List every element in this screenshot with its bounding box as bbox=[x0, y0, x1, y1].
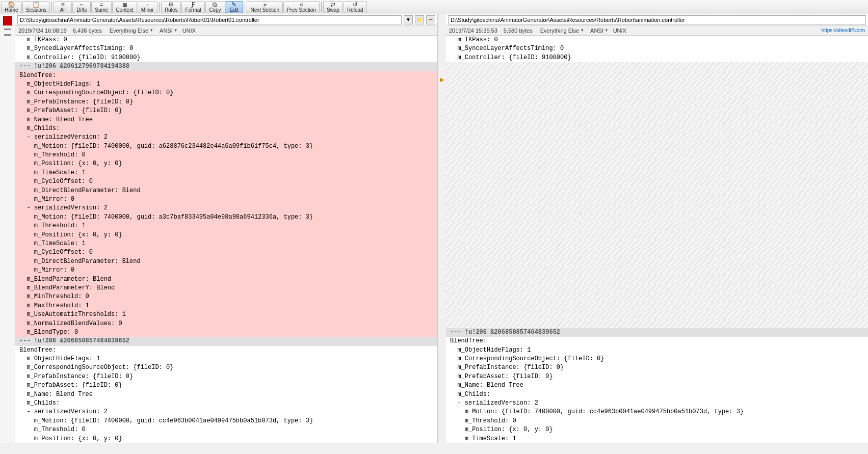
chevron-down-icon-2: ▼ bbox=[174, 28, 178, 33]
right-code-line-27 bbox=[446, 275, 868, 284]
next-section-icon: » bbox=[263, 2, 267, 8]
left-code-line-5: m_ObjectHideFlags: 1 bbox=[15, 80, 437, 89]
left-lineending: UNIX bbox=[182, 28, 196, 34]
right-charset-dropdown[interactable]: ANSI ▼ bbox=[589, 28, 610, 34]
right-code-line-5 bbox=[446, 80, 868, 89]
diff-marker-line-1 bbox=[4, 29, 11, 30]
sessions-button[interactable]: 📋 Sessions bbox=[22, 1, 50, 13]
right-code-line-22 bbox=[446, 231, 868, 239]
left-code-line-27: m_BlendParameter: Blend bbox=[15, 275, 437, 284]
edit-button[interactable]: ✎ Edit bbox=[225, 1, 243, 13]
left-charset-dropdown[interactable]: ANSI ▼ bbox=[158, 28, 179, 34]
reload-button[interactable]: ↺ Reload bbox=[344, 1, 367, 13]
website-link[interactable]: https://sitesdiff.com bbox=[822, 28, 865, 33]
right-filepath-input[interactable] bbox=[448, 15, 866, 24]
left-code-line-11: - serializedVersion: 2 bbox=[15, 133, 437, 142]
main-area: ▼ 📁 ─ 2019/7/24 16:08:19 6,438 bytes Eve… bbox=[0, 14, 868, 443]
nav-arrow-right: ► bbox=[439, 75, 446, 84]
right-lineending: UNIX bbox=[613, 28, 626, 34]
left-encoding-dropdown[interactable]: Everything Else ▼ bbox=[108, 28, 155, 34]
right-code-line-40: m_Childs: bbox=[446, 390, 868, 399]
left-code-line-37: m_CorrespondingSourceObject: {fileID: 0} bbox=[15, 363, 437, 372]
left-code-line-19: - serializedVersion: 2 bbox=[15, 204, 437, 212]
right-code-line-35: m_ObjectHideFlags: 1 bbox=[446, 346, 868, 355]
right-code-line-4 bbox=[446, 71, 868, 80]
copy-icon: ⧉ bbox=[213, 2, 217, 8]
right-code-line-13 bbox=[446, 151, 868, 159]
right-code-line-25 bbox=[446, 257, 868, 266]
right-code-line-3 bbox=[446, 62, 868, 71]
context-icon: ≣ bbox=[122, 2, 127, 8]
left-code-line-32: m_NormalizedBlendValues: 0 bbox=[15, 319, 437, 328]
left-code-line-36: m_ObjectHideFlags: 1 bbox=[15, 355, 437, 363]
left-timestamp: 2019/7/24 16:08:19 bbox=[18, 28, 67, 34]
right-code-line-18 bbox=[446, 195, 868, 204]
left-code-line-44: m_Threshold: 0 bbox=[15, 425, 437, 434]
same-button[interactable]: = Same bbox=[91, 1, 112, 13]
left-code-line-23: m_TimeScale: 1 bbox=[15, 239, 437, 248]
left-size: 6,438 bytes bbox=[73, 28, 102, 34]
left-code-line-31: m_UseAutomaticThresholds: 1 bbox=[15, 310, 437, 319]
right-code-line-30 bbox=[446, 302, 868, 310]
left-code-line-20: m_Motion: {fileID: 7400000, guid: a3c7ba… bbox=[15, 213, 437, 222]
right-code-line-28 bbox=[446, 284, 868, 292]
right-code-line-6 bbox=[446, 89, 868, 97]
right-timestamp: 2019/7/24 15:35:53 bbox=[449, 28, 497, 34]
left-code-line-22: m_Position: {x: 0, y: 0} bbox=[15, 231, 437, 239]
format-icon: Ƒ bbox=[192, 2, 195, 8]
left-code-line-40: m_Name: Blend Tree bbox=[15, 390, 437, 399]
next-section-button[interactable]: » Next Section bbox=[247, 1, 283, 13]
left-code-line-2: m_Controller: {fileID: 9100000} bbox=[15, 54, 437, 62]
right-encoding-dropdown[interactable]: Everything Else ▼ bbox=[539, 28, 586, 34]
left-code-line-25: m_DirectBlendParameter: Blend bbox=[15, 257, 437, 266]
left-browse-button[interactable]: ▼ bbox=[404, 15, 413, 24]
swap-icon: ⇄ bbox=[330, 2, 335, 8]
left-code-line-16: m_CycleOffset: 0 bbox=[15, 177, 437, 186]
left-filepath-input[interactable] bbox=[17, 15, 402, 24]
left-code-line-26: m_Mirror: 0 bbox=[15, 266, 437, 275]
context-button[interactable]: ≣ Context bbox=[112, 1, 137, 13]
right-code-line-36: m_CorrespondingSourceObject: {fileID: 0} bbox=[446, 355, 868, 363]
left-code-line-18: m_Mirror: 0 bbox=[15, 195, 437, 204]
left-code-line-42: - serializedVersion: 2 bbox=[15, 408, 437, 416]
left-pane: ▼ 📁 ─ 2019/7/24 16:08:19 6,438 bytes Eve… bbox=[15, 14, 438, 443]
right-code-line-8 bbox=[446, 106, 868, 115]
format-button[interactable]: Ƒ Format bbox=[181, 1, 205, 13]
left-code-area[interactable]: m_IKPass: 0 m_SyncedLayerAffectsTiming: … bbox=[15, 36, 437, 443]
left-minimize-button[interactable]: ─ bbox=[426, 15, 435, 24]
left-code-line-0: m_IKPass: 0 bbox=[15, 36, 437, 44]
home-button[interactable]: 🏠 Home bbox=[1, 1, 22, 13]
right-code-line-23 bbox=[446, 239, 868, 248]
diff-marker-red bbox=[3, 16, 12, 25]
right-code-line-11 bbox=[446, 133, 868, 142]
separator-2 bbox=[159, 2, 160, 12]
right-code-line-20 bbox=[446, 213, 868, 222]
right-code-area[interactable]: m_IKPass: 0 m_SyncedLayerAffectsTiming: … bbox=[446, 36, 868, 443]
rules-button[interactable]: ⚙ Rules bbox=[161, 1, 181, 13]
swap-button[interactable]: ⇄ Swap bbox=[323, 1, 343, 13]
left-code-line-28: m_BlendParameterY: Blend bbox=[15, 284, 437, 292]
right-code-line-16 bbox=[446, 177, 868, 186]
left-code-line-3: --- !u!206 &206127969784194388 bbox=[15, 62, 437, 71]
prev-section-button[interactable]: « Prev Section bbox=[283, 1, 320, 13]
left-status-bar: 2019/7/24 16:08:19 6,438 bytes Everythin… bbox=[15, 25, 437, 36]
left-code-line-13: m_Threshold: 0 bbox=[15, 151, 437, 159]
left-code-line-30: m_MaxThreshold: 1 bbox=[15, 302, 437, 310]
right-code-line-9 bbox=[446, 116, 868, 124]
right-code-line-17 bbox=[446, 186, 868, 195]
toolbar: 🏠 Home 📋 Sessions ≡ All ↔ Diffs = Same ≣… bbox=[0, 0, 868, 14]
right-code-line-0: m_IKPass: 0 bbox=[446, 36, 868, 44]
copy-button[interactable]: ⧉ Copy bbox=[205, 1, 224, 13]
right-code-line-44: m_Position: {x: 0, y: 0} bbox=[446, 425, 868, 434]
all-button[interactable]: ≡ All bbox=[54, 1, 72, 13]
left-code-line-7: m_PrefabInstance: {fileID: 0} bbox=[15, 98, 437, 106]
left-folder-button[interactable]: 📁 bbox=[415, 15, 424, 24]
left-code-line-15: m_TimeScale: 1 bbox=[15, 169, 437, 177]
minor-button[interactable]: · Minor bbox=[138, 1, 157, 13]
sessions-icon: 📋 bbox=[32, 2, 40, 8]
left-code-line-35: BlendTree: bbox=[15, 346, 437, 355]
diffs-button[interactable]: ↔ Diffs bbox=[72, 1, 91, 13]
right-size: 5,580 bytes bbox=[504, 28, 533, 34]
right-code-line-41: - serializedVersion: 2 bbox=[446, 399, 868, 408]
left-code-line-17: m_DirectBlendParameter: Blend bbox=[15, 186, 437, 195]
